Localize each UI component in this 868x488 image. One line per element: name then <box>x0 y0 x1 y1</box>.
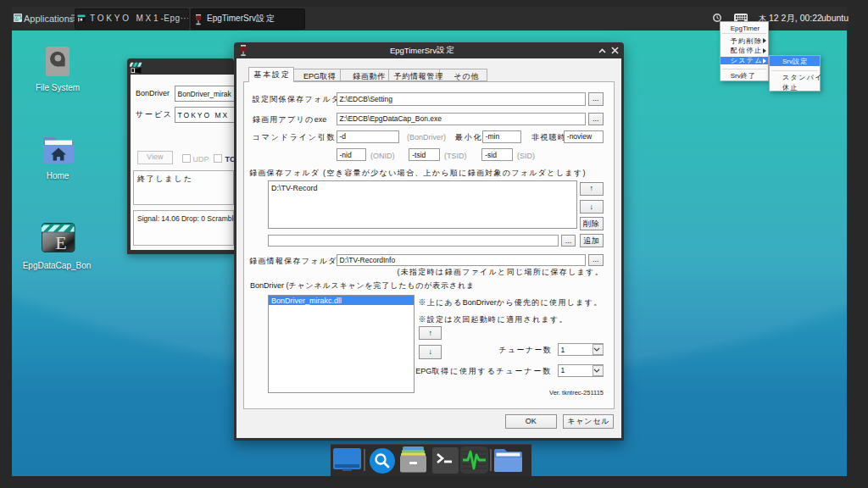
svg-text:E: E <box>55 231 66 252</box>
